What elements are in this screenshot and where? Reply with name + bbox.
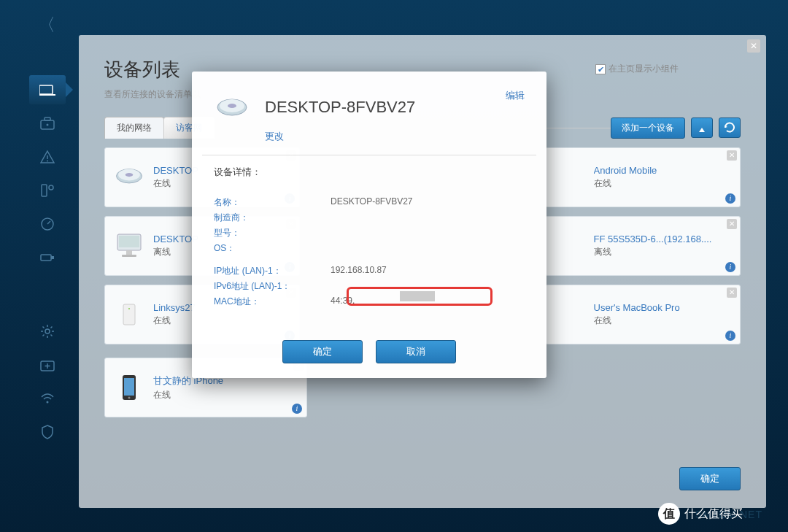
modal-cancel-button[interactable]: 取消 [376,340,456,363]
tool-clear-button[interactable] [691,117,713,138]
watermark-badge: 值 什么值得买 [658,503,743,525]
sidebar-wifi-icon[interactable] [29,384,66,413]
label-manufacturer: 制造商： [214,212,331,224]
device-status: 在线 [153,389,223,401]
imac-icon [114,232,144,260]
svg-rect-1 [39,94,55,96]
svg-point-32 [228,104,236,108]
label-name: 名称： [214,196,331,209]
device-card[interactable]: Android Mobile 在线 ✕ i [545,147,741,207]
svg-point-4 [47,124,49,126]
card-close-icon[interactable]: ✕ [727,150,737,161]
modal-section-title: 设备详情： [192,155,546,185]
card-info-icon[interactable]: i [725,262,735,272]
svg-point-29 [128,397,131,399]
device-detail-modal: DESKTOP-8FVBV27 编辑 更改 设备详情： 名称：DESKTOP-8… [192,72,546,378]
back-icon[interactable]: 〈 [22,6,73,44]
device-name: User's MacBook Pro [594,302,680,313]
router-icon [114,301,144,328]
svg-point-20 [125,173,134,177]
svg-rect-22 [119,236,139,247]
card-info-icon[interactable]: i [725,193,735,204]
svg-rect-3 [45,117,50,120]
modal-ok-button[interactable]: 确定 [282,340,363,363]
label-ipv6: IPv6地址 (LAN)-1： [214,280,331,293]
disk-icon [114,163,144,191]
svg-rect-0 [39,85,53,94]
device-status: 离线 [594,246,731,258]
label-ip: IP地址 (LAN)-1： [214,265,331,277]
watermark-circle-icon: 值 [658,503,680,525]
device-card[interactable]: FF 55S535D-6...(192.168.... 离线 ✕ i [545,216,741,276]
sidebar-alert-icon[interactable] [29,142,66,171]
svg-point-6 [47,161,48,162]
modal-title: DESKTOP-8FVBV27 [265,98,525,117]
label-model: 型号： [214,227,331,239]
svg-rect-25 [123,304,135,325]
sidebar-medkit-icon[interactable] [29,350,66,379]
device-name: Linksys27 [153,302,196,313]
footer-ok-button[interactable]: 确定 [679,467,741,490]
svg-rect-7 [42,185,47,196]
close-panel-icon[interactable]: ✕ [747,39,760,53]
checkbox-checked-icon: ✔ [595,64,606,74]
edit-link[interactable]: 编辑 [506,89,525,102]
svg-point-13 [45,329,50,334]
sidebar-devices-icon[interactable] [29,75,66,104]
sidebar-briefcase-icon[interactable] [29,109,66,138]
svg-line-10 [47,221,50,224]
device-status: 在线 [594,177,657,190]
svg-point-8 [49,185,53,190]
show-widget-label: 在主页显示小组件 [609,63,679,74]
laptop-icon [555,301,585,328]
sidebar-security-icon[interactable] [29,417,66,447]
phone-icon [555,163,585,191]
device-name: FF 55S535D-6...(192.168.... [594,234,731,244]
svg-rect-28 [124,378,134,396]
card-info-icon[interactable]: i [725,331,735,341]
change-link[interactable]: 更改 [192,124,546,155]
device-status: 在线 [153,315,196,327]
device-card[interactable]: User's MacBook Pro 在线 ✕ i [545,285,741,344]
svg-rect-24 [122,255,136,257]
sidebar-settings-icon[interactable] [29,317,66,346]
svg-point-26 [128,308,130,309]
add-device-button[interactable]: 添加一个设备 [611,117,685,139]
value-ip: 192.168.10.87 [331,265,525,277]
mac-redaction [400,291,435,301]
sidebar-parental-icon[interactable] [29,176,66,205]
device-status: 在线 [594,315,680,327]
card-close-icon[interactable]: ✕ [727,288,737,298]
value-name: DESKTOP-8FVBV27 [331,196,525,209]
watermark-text: 什么值得买 [684,506,743,522]
svg-rect-23 [126,250,132,255]
sidebar-usb-icon[interactable] [29,243,66,272]
show-widget-checkbox[interactable]: ✔在主页显示小组件 [595,63,679,75]
card-close-icon[interactable]: ✕ [727,219,737,229]
modal-device-icon [214,93,250,121]
label-os: OS： [214,242,331,255]
svg-rect-11 [41,255,51,261]
tab-my-network[interactable]: 我的网络 [104,117,164,139]
svg-rect-12 [51,256,54,259]
phone-icon [114,374,144,401]
svg-point-17 [47,401,49,404]
card-info-icon[interactable]: i [292,404,302,414]
refresh-button[interactable] [719,117,741,138]
device-name: Android Mobile [594,165,657,176]
label-mac: MAC地址： [214,296,331,308]
sidebar-speed-icon[interactable] [29,209,66,239]
phone-icon [555,232,585,260]
